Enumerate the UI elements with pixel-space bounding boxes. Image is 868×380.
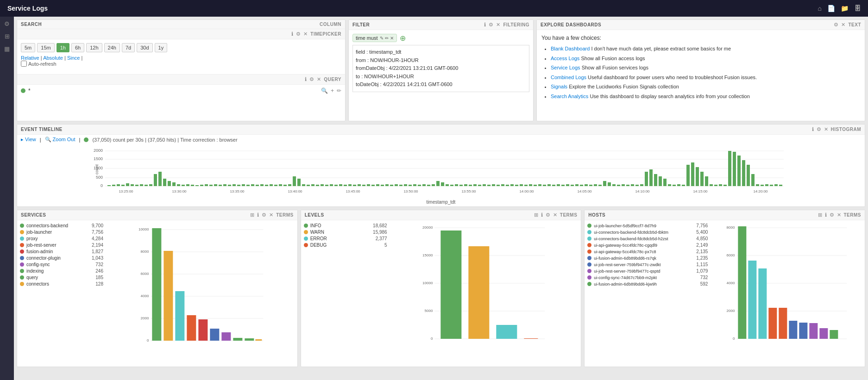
close-icon-services[interactable]: ✕: [269, 212, 273, 218]
explore-item-combined: Combined Logs Useful dashboard for power…: [551, 74, 860, 81]
filter-tag-label: time must: [356, 35, 378, 41]
close-icon-levels[interactable]: ✕: [553, 212, 557, 218]
services-panel: SERVICES ⊞ ℹ ⚙ ✕ TERMS connectors-backen…: [17, 210, 298, 367]
home-icon[interactable]: ⌂: [818, 5, 822, 12]
timepicker-label: TIMEPICKER: [310, 31, 341, 37]
folder-icon[interactable]: 📁: [841, 5, 849, 12]
info-icon[interactable]: ℹ: [291, 31, 293, 37]
gear-icon-levels[interactable]: ⚙: [546, 212, 550, 218]
svg-text:13:50:00: 13:50:00: [403, 189, 418, 193]
svg-rect-58: [330, 184, 333, 186]
svg-rect-76: [413, 184, 416, 186]
close-icon-timeline[interactable]: ✕: [824, 126, 828, 132]
gear-icon-filter[interactable]: ⚙: [489, 22, 493, 28]
time-btn-24h[interactable]: 24h: [104, 43, 120, 52]
terms-label-services: TERMS: [276, 212, 294, 218]
info-icon-hosts[interactable]: ℹ: [825, 212, 827, 218]
svg-rect-74: [404, 184, 407, 186]
time-btn-15m[interactable]: 15m: [37, 43, 54, 52]
svg-rect-184: [187, 315, 196, 341]
svg-rect-65: [362, 185, 365, 186]
legend-dot: [20, 262, 24, 267]
auto-refresh-label[interactable]: Auto-refresh: [21, 61, 341, 67]
gear-icon[interactable]: ⚙: [4, 20, 10, 27]
table-icon-hosts[interactable]: ⊞: [818, 212, 822, 218]
info-icon-query[interactable]: ℹ: [305, 76, 307, 82]
time-btn-1h[interactable]: 1h: [57, 43, 69, 52]
svg-text:6000: 6000: [727, 253, 735, 257]
time-btn-12h[interactable]: 12h: [86, 43, 102, 52]
close-icon-timepicker[interactable]: ✕: [303, 31, 308, 37]
time-btn-30d[interactable]: 30d: [137, 43, 152, 52]
svg-rect-60: [339, 184, 342, 186]
svg-rect-81: [436, 181, 440, 186]
zoom-out-link[interactable]: 🔍 Zoom Out: [45, 137, 75, 143]
svg-rect-224: [830, 330, 838, 339]
access-logs-link[interactable]: Access Logs: [551, 56, 579, 61]
auto-refresh-checkbox[interactable]: [21, 61, 27, 67]
database-icon[interactable]: 🗄: [854, 5, 861, 12]
add-filter-icon[interactable]: ⊕: [400, 34, 406, 43]
close-filter-icon[interactable]: ✕: [390, 36, 394, 41]
x-axis-label: timestamp_tdt: [21, 199, 861, 206]
svg-rect-34: [219, 185, 222, 186]
plus-icon[interactable]: +: [331, 87, 334, 94]
info-icon-levels[interactable]: ℹ: [541, 212, 543, 218]
grid-icon[interactable]: ▦: [4, 45, 10, 52]
gear-icon-hosts[interactable]: ⚙: [830, 212, 834, 218]
hosts-chart-svg: 8000 6000 4000 2000 0: [711, 223, 862, 353]
close-icon-query[interactable]: ✕: [317, 76, 321, 82]
time-btn-5m[interactable]: 5m: [21, 43, 35, 52]
file-icon[interactable]: 📄: [827, 5, 835, 12]
svg-rect-124: [635, 185, 639, 186]
gear-icon-timeline[interactable]: ⚙: [817, 126, 821, 132]
since-link[interactable]: Since: [67, 55, 80, 61]
gear-icon-query[interactable]: ⚙: [309, 76, 314, 82]
close-icon-hosts[interactable]: ✕: [837, 212, 841, 218]
layers-icon[interactable]: ⊞: [5, 33, 10, 40]
query-input[interactable]: [28, 87, 318, 94]
table-icon-services[interactable]: ⊞: [250, 212, 254, 218]
svg-rect-93: [492, 184, 495, 186]
svg-rect-142: [719, 184, 722, 186]
pencil-filter-icon[interactable]: ✏: [385, 36, 389, 41]
table-icon-levels[interactable]: ⊞: [534, 212, 538, 218]
blank-dashboard-link[interactable]: Blank Dashboard: [551, 46, 590, 51]
svg-rect-71: [390, 185, 393, 186]
info-icon-timeline[interactable]: ℹ: [812, 126, 814, 132]
svg-rect-150: [756, 184, 759, 186]
time-btn-6h[interactable]: 6h: [71, 43, 84, 52]
service-logs-link[interactable]: Service Logs: [551, 65, 580, 70]
gear-icon-timepicker[interactable]: ⚙: [296, 31, 301, 37]
svg-text:4000: 4000: [141, 294, 149, 298]
terms-label-hosts: TERMS: [844, 212, 862, 218]
filtering-label: FILTERING: [503, 22, 529, 27]
close-icon-explore[interactable]: ✕: [841, 22, 845, 28]
svg-rect-30: [200, 185, 203, 186]
search-analytics-link[interactable]: Search Analytics: [551, 93, 588, 99]
search-icon[interactable]: 🔍: [321, 87, 328, 94]
edit-filter-icon[interactable]: ✎: [380, 36, 384, 41]
info-icon-services[interactable]: ℹ: [257, 212, 259, 218]
view-link[interactable]: ▸ View: [21, 137, 36, 143]
svg-rect-154: [774, 184, 778, 186]
svg-text:4000: 4000: [727, 281, 735, 285]
svg-rect-35: [223, 184, 226, 186]
edit-icon[interactable]: ✏: [337, 87, 341, 94]
gear-icon-services[interactable]: ⚙: [262, 212, 266, 218]
info-icon-filter[interactable]: ℹ: [484, 22, 486, 28]
timeline-stats: (37,050) count per 30s | (37,050 hits) |…: [92, 137, 237, 143]
combined-logs-link[interactable]: Combined Logs: [551, 75, 586, 80]
legend-item-job-launcher: job-launcher 7,756: [20, 230, 103, 235]
time-btn-7d[interactable]: 7d: [122, 43, 135, 52]
relative-link[interactable]: Relative: [21, 55, 39, 61]
legend-dot: [20, 224, 24, 228]
time-btn-1y[interactable]: 1y: [155, 43, 168, 52]
svg-rect-59: [334, 185, 338, 186]
svg-rect-112: [580, 185, 583, 186]
gear-icon-explore[interactable]: ⚙: [834, 22, 838, 28]
svg-rect-126: [645, 172, 648, 186]
close-icon-filter[interactable]: ✕: [496, 22, 500, 28]
absolute-link[interactable]: Absolute: [43, 55, 63, 61]
signals-link[interactable]: Signals: [551, 84, 567, 89]
